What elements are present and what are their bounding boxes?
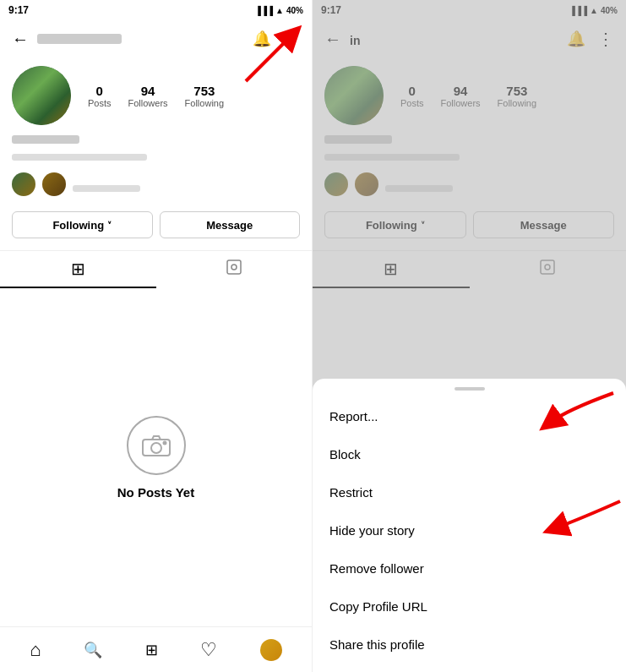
sheet-item-block[interactable]: Block (313, 435, 626, 473)
right-profile-bio-placeholder (324, 154, 460, 161)
left-header-right: 🔔 ⋮ (253, 29, 300, 49)
right-stat-posts: 0 Posts (400, 84, 424, 108)
left-heart-icon[interactable]: ♡ (200, 639, 217, 661)
right-more-icon[interactable]: ⋮ (597, 29, 614, 49)
left-followers-count: 94 (141, 84, 155, 98)
right-header-right: 🔔 ⋮ (567, 29, 614, 49)
right-following-button[interactable]: Following ˅ (324, 211, 466, 238)
left-highlight-thumb-1 (12, 172, 35, 196)
svg-point-3 (151, 443, 161, 453)
left-highlight-inner-2 (42, 172, 66, 196)
right-back-button[interactable]: ← (324, 30, 341, 49)
left-highlight-label (73, 185, 140, 192)
left-profile-nav-avatar[interactable] (260, 639, 282, 661)
sheet-item-remove-follower[interactable]: Remove follower (313, 549, 626, 587)
left-home-icon[interactable]: ⌂ (30, 639, 41, 661)
right-bottom-sheet: Report... Block Restrict Hide your story… (313, 379, 626, 672)
left-stat-posts: 0 Posts (88, 84, 112, 108)
sheet-item-report[interactable]: Report... (313, 397, 626, 435)
right-highlight-label (385, 185, 453, 192)
right-highlight-inner-1 (324, 172, 348, 196)
left-action-buttons: Following ˅ Message (0, 205, 312, 245)
left-followers-label: Followers (128, 98, 168, 108)
left-following-label: Following (185, 98, 224, 108)
right-time: 9:17 (321, 4, 341, 16)
right-highlight-thumb-1 (324, 172, 348, 196)
sheet-item-restrict[interactable]: Restrict (313, 473, 626, 511)
left-reels-icon[interactable]: ⊞ (145, 641, 158, 659)
left-following-count: 753 (193, 84, 215, 98)
right-posts-count: 0 (409, 84, 416, 98)
right-tab-tagged[interactable] (470, 251, 627, 288)
left-avatar-image (12, 66, 71, 125)
signal-icon: ▐▐▐ (255, 6, 273, 15)
svg-point-4 (163, 441, 166, 444)
left-tab-tagged[interactable] (156, 251, 313, 288)
left-header: ← 🔔 ⋮ (0, 20, 312, 57)
right-status-icons: ▐▐▐ ▲ 40% (569, 6, 618, 15)
left-back-button[interactable]: ← (12, 30, 29, 49)
right-highlight-inner-2 (355, 172, 378, 196)
right-highlight-thumb-2 (355, 172, 378, 196)
right-panel: 9:17 ▐▐▐ ▲ 40% ← in 🔔 ⋮ 0 Posts (313, 0, 626, 672)
wifi-icon: ▲ (275, 6, 284, 15)
right-action-buttons: Following ˅ Message (313, 205, 626, 245)
left-stat-followers: 94 Followers (128, 84, 168, 108)
left-more-icon[interactable]: ⋮ (283, 29, 300, 49)
right-profile-top: 0 Posts 94 Followers 753 Following (324, 66, 614, 125)
right-battery-icon: 40% (601, 6, 618, 15)
right-signal-icon: ▐▐▐ (569, 6, 587, 15)
left-search-icon[interactable]: 🔍 (84, 641, 102, 659)
svg-point-6 (545, 265, 550, 270)
left-panel: 9:17 ▐▐▐ ▲ 40% ← 🔔 ⋮ 0 Posts (0, 0, 313, 672)
left-camera-icon (127, 416, 186, 475)
right-followers-count: 94 (454, 84, 468, 98)
left-no-posts: No Posts Yet (0, 288, 312, 626)
left-profile-section: 0 Posts 94 Followers 753 Following (0, 57, 312, 205)
right-tabs: ⊞ (313, 250, 626, 288)
right-avatar (324, 66, 384, 125)
left-profile-bio-placeholder (12, 154, 147, 161)
right-tab-grid[interactable]: ⊞ (313, 251, 470, 288)
left-highlight-thumb-2 (42, 172, 66, 196)
left-tagged-icon (225, 258, 243, 281)
sheet-item-share-profile[interactable]: Share this profile (313, 626, 626, 664)
left-avatar (12, 66, 71, 125)
left-header-left: ← (12, 30, 122, 49)
left-stat-following: 753 Following (185, 84, 224, 108)
right-wifi-icon: ▲ (590, 6, 598, 15)
left-time: 9:17 (8, 4, 29, 16)
right-stats: 0 Posts 94 Followers 753 Following (400, 84, 614, 108)
left-tab-grid[interactable]: ⊞ (0, 251, 156, 288)
right-username: in (350, 34, 434, 44)
right-bell-icon[interactable]: 🔔 (567, 30, 585, 48)
left-profile-name-placeholder (12, 135, 79, 144)
right-profile-name-placeholder (324, 135, 392, 144)
left-status-bar: 9:17 ▐▐▐ ▲ 40% (0, 0, 312, 20)
right-posts-label: Posts (400, 98, 424, 108)
right-followers-label: Followers (441, 98, 481, 108)
right-message-button[interactable]: Message (473, 211, 615, 238)
right-header-left: ← in (324, 30, 434, 49)
left-stats: 0 Posts 94 Followers 753 Following (88, 84, 300, 108)
right-message-label: Message (520, 219, 567, 232)
left-bell-icon[interactable]: 🔔 (253, 30, 271, 48)
left-story-highlights (12, 167, 300, 196)
left-chevron-icon: ˅ (107, 221, 112, 230)
left-posts-count: 0 (96, 84, 103, 98)
left-message-label: Message (206, 219, 253, 232)
left-status-icons: ▐▐▐ ▲ 40% (255, 6, 303, 15)
battery-icon: 40% (286, 6, 303, 15)
sheet-item-hide-story[interactable]: Hide your story (313, 511, 626, 549)
left-no-posts-label: No Posts Yet (117, 485, 194, 500)
left-highlight-inner-1 (12, 172, 35, 196)
right-story-highlights (324, 167, 614, 196)
left-posts-label: Posts (88, 98, 112, 108)
sheet-item-copy-url[interactable]: Copy Profile URL (313, 587, 626, 626)
right-stat-following: 753 Following (498, 84, 536, 108)
left-following-button[interactable]: Following ˅ (12, 211, 153, 238)
left-message-button[interactable]: Message (160, 211, 301, 238)
left-tabs: ⊞ (0, 250, 312, 288)
right-following-label: Following (498, 98, 536, 108)
right-chevron-icon: ˅ (421, 221, 425, 230)
